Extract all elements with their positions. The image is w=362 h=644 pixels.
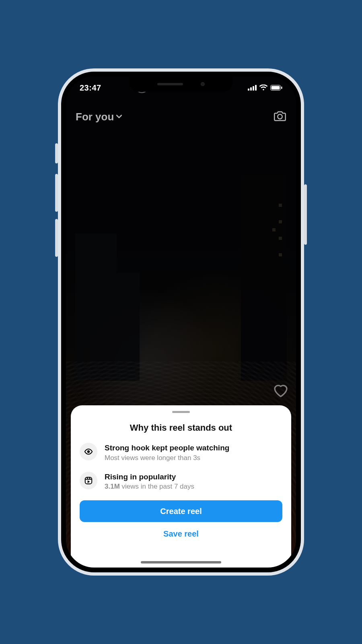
sheet-grabber[interactable] — [172, 411, 190, 413]
svg-rect-5 — [272, 86, 280, 90]
phone-power-button — [304, 184, 307, 245]
battery-icon — [270, 85, 282, 91]
feed-tab-label: For you — [76, 111, 114, 123]
phone-volume-down — [55, 219, 58, 257]
wifi-icon — [259, 85, 268, 91]
chevron-down-icon — [116, 114, 122, 120]
svg-point-8 — [87, 450, 90, 453]
camera-button[interactable] — [274, 109, 286, 124]
insight-row: Strong hook kept people watching Most vi… — [80, 443, 282, 462]
svg-rect-0 — [248, 89, 249, 91]
like-button[interactable] — [273, 382, 289, 398]
phone-volume-up — [55, 174, 58, 212]
svg-rect-9 — [85, 477, 92, 484]
phone-mute-switch — [55, 143, 58, 163]
create-reel-button[interactable]: Create reel — [80, 500, 282, 522]
status-time: 23:47 — [80, 83, 101, 93]
svg-rect-6 — [281, 87, 282, 89]
svg-point-7 — [278, 114, 282, 119]
phone-mockup: @oncescuradu 23:47 For you — [58, 68, 304, 576]
screen: @oncescuradu 23:47 For you — [66, 76, 296, 568]
phone-notch — [130, 76, 232, 92]
insight-subtitle: Most views were longer than 3s — [105, 453, 229, 463]
insight-title: Strong hook kept people watching — [105, 443, 229, 453]
eye-icon — [80, 443, 97, 460]
insight-title: Rising in popularity — [105, 472, 194, 482]
reels-icon — [80, 472, 97, 489]
status-indicators — [248, 85, 282, 91]
svg-rect-3 — [255, 85, 257, 91]
phone-body: @oncescuradu 23:47 For you — [58, 68, 304, 576]
save-reel-button[interactable]: Save reel — [80, 529, 282, 539]
feed-tab-selector[interactable]: For you — [76, 111, 122, 123]
cellular-icon — [248, 85, 257, 91]
heart-icon — [273, 382, 289, 398]
app-header: For you — [66, 109, 296, 124]
home-indicator[interactable] — [141, 561, 221, 564]
svg-rect-2 — [253, 86, 254, 91]
insights-bottom-sheet: Why this reel stands out Strong hook kep… — [71, 405, 291, 568]
camera-icon — [274, 109, 286, 122]
svg-rect-1 — [250, 87, 252, 91]
sheet-title: Why this reel stands out — [80, 423, 282, 433]
insight-subtitle: 3.1M views in the past 7 days — [105, 482, 194, 491]
insight-row: Rising in popularity 3.1M views in the p… — [80, 472, 282, 491]
